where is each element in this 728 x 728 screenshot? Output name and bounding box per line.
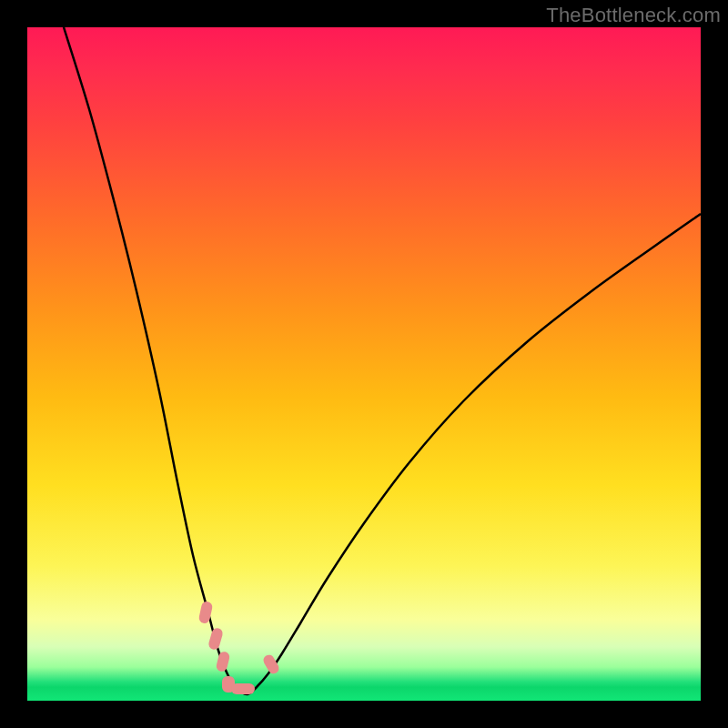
outer-frame: TheBottleneck.com [0, 0, 728, 728]
marker-m6 [261, 652, 280, 675]
marker-m1 [198, 601, 214, 624]
marker-layer [27, 27, 701, 701]
marker-m2 [207, 627, 224, 651]
plot-area [27, 27, 701, 701]
marker-m3 [216, 651, 231, 672]
marker-m5 [231, 683, 255, 694]
watermark-text: TheBottleneck.com [546, 4, 721, 27]
